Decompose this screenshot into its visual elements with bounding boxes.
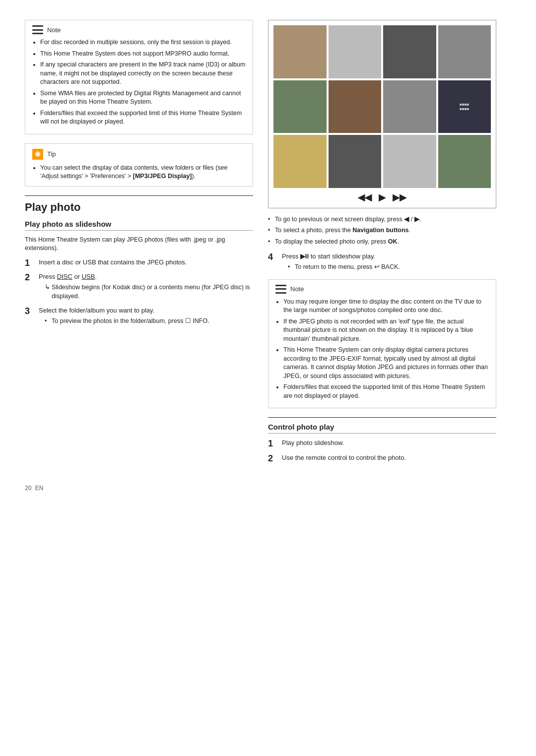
section-divider-1	[25, 195, 253, 196]
section-title: Play photo	[25, 201, 253, 214]
step-list-left: 1 Insert a disc or USB that contains the…	[25, 258, 253, 327]
usb-label: USB	[82, 273, 95, 280]
page-footer: 20 EN	[25, 485, 511, 492]
step-3-sub-1: To preview the photos in the folder/albu…	[45, 317, 253, 326]
intro-text: This Home Theatre System can play JPEG p…	[25, 236, 253, 253]
step-1-content: Insert a disc or USB that contains the J…	[39, 258, 253, 267]
subsection-title: Play photo as slideshow	[25, 220, 253, 231]
note-icon-1	[32, 25, 43, 34]
note2-item-3: This Home Theatre System can only displa…	[283, 346, 489, 380]
photo-cell-3	[383, 25, 436, 78]
control-step-2-content: Use the remote control to control the ph…	[282, 453, 496, 462]
nav-prev-icon: ◀◀	[358, 192, 372, 203]
tip-header: ✱ Tip	[32, 149, 246, 160]
step-3-content: Select the folder/album you want to play…	[39, 306, 253, 327]
step-4-content: Press ▶II to start slideshow play. To re…	[282, 252, 496, 273]
note-box-2: Note You may require longer time to disp…	[268, 279, 496, 409]
page-lang: EN	[35, 485, 44, 492]
note-title-1: Note	[47, 26, 61, 34]
photo-cell-7	[383, 80, 436, 133]
photo-cell-10	[329, 135, 382, 188]
photo-cell-5	[273, 80, 327, 133]
tip-list: You can select the display of data conte…	[32, 164, 246, 181]
photo-cell-11	[383, 135, 436, 188]
bullet-3: To display the selected photo only, pres…	[268, 238, 496, 247]
note-icon-2	[275, 285, 286, 294]
tip-bold: [MP3/JPEG Display]	[133, 173, 192, 180]
note-item: Folders/files that exceed the supported …	[40, 109, 246, 126]
photo-cell-1	[273, 25, 327, 78]
step-list-right: 4 Press ▶II to start slideshow play. To …	[268, 252, 496, 273]
photo-cell-9	[273, 135, 327, 188]
bullet-1: To go to previous or next screen display…	[268, 215, 496, 224]
disc-label: DISC	[57, 273, 72, 280]
step-1: 1 Insert a disc or USB that contains the…	[25, 258, 253, 269]
step-4-sub: To return to the menu, press ↩ BACK.	[282, 263, 496, 272]
photo-cell-8-label: ■■■■■■■■	[438, 80, 491, 133]
nav-controls: ◀◀ ▶ ▶▶	[273, 192, 491, 203]
tip-icon: ✱	[32, 149, 43, 160]
control-step-1: 1 Play photo slideshow.	[268, 439, 496, 449]
photo-cell-12	[438, 135, 491, 188]
note-item: For disc recorded in multiple sessions, …	[40, 38, 246, 47]
tip-title: Tip	[47, 150, 56, 158]
photo-cell-6	[329, 80, 382, 133]
note-header-1: Note	[32, 25, 246, 34]
right-bullets: To go to previous or next screen display…	[268, 215, 496, 247]
step-3-sub: To preview the photos in the folder/albu…	[39, 317, 253, 326]
note-item: Some WMA files are protected by Digital …	[40, 89, 246, 107]
left-column: Note For disc recorded in multiple sessi…	[25, 20, 253, 470]
step-4-sub-1: To return to the menu, press ↩ BACK.	[288, 263, 496, 272]
step-2-sub: Slideshow begins (for Kodak disc) or a c…	[39, 283, 253, 301]
note2-item-4: Folders/files that exceed the supported …	[283, 383, 489, 400]
step-4: 4 Press ▶II to start slideshow play. To …	[268, 252, 496, 273]
page-layout: Note For disc recorded in multiple sessi…	[25, 20, 511, 470]
control-step-1-num: 1	[268, 439, 278, 449]
tip-item: You can select the display of data conte…	[40, 164, 246, 181]
note-header-2: Note	[275, 285, 489, 294]
note2-item-1: You may require longer time to display t…	[283, 298, 489, 315]
page-number: 20	[25, 485, 31, 492]
note-box-1: Note For disc recorded in multiple sessi…	[25, 20, 253, 134]
control-step-1-content: Play photo slideshow.	[282, 439, 496, 447]
note-list-1: For disc recorded in multiple sessions, …	[32, 38, 246, 126]
step-2-sub-1: Slideshow begins (for Kodak disc) or a c…	[45, 283, 253, 301]
nav-play-icon: ▶	[379, 192, 386, 203]
step-2: 2 Press DISC or USB. Slideshow begins (f…	[25, 272, 253, 302]
tip-box: ✱ Tip You can select the display of data…	[25, 143, 253, 187]
nav-bold-label: Navigation buttons	[352, 227, 408, 234]
bullet-2: To select a photo, press the Navigation …	[268, 226, 496, 235]
photo-grid: ■■■■■■■■	[273, 25, 491, 188]
control-step-2: 2 Use the remote control to control the …	[268, 453, 496, 464]
photo-grid-container: ■■■■■■■■ ◀◀ ▶ ▶▶	[268, 20, 496, 208]
step-3: 3 Select the folder/album you want to pl…	[25, 306, 253, 327]
step-4-num: 4	[268, 252, 278, 263]
control-section-title: Control photo play	[268, 423, 496, 434]
photo-cell-4	[438, 25, 491, 78]
note2-item-2: If the JPEG photo is not recorded with a…	[283, 317, 489, 344]
right-column: ■■■■■■■■ ◀◀ ▶ ▶▶ To go to previous or ne…	[268, 20, 496, 470]
photo-cell-2	[329, 25, 382, 78]
section-divider-2	[268, 417, 496, 418]
note-item: This Home Theatre System does not suppor…	[40, 50, 246, 59]
step-2-num: 2	[25, 272, 35, 283]
note-item: If any special characters are present in…	[40, 61, 246, 87]
step-1-num: 1	[25, 258, 35, 269]
control-step-2-num: 2	[268, 453, 278, 464]
control-step-list: 1 Play photo slideshow. 2 Use the remote…	[268, 439, 496, 464]
step-2-content: Press DISC or USB. Slideshow begins (for…	[39, 272, 253, 302]
note-title-2: Note	[290, 285, 304, 293]
step-3-num: 3	[25, 306, 35, 317]
nav-next-icon: ▶▶	[393, 192, 406, 203]
note-list-2: You may require longer time to display t…	[275, 298, 489, 401]
